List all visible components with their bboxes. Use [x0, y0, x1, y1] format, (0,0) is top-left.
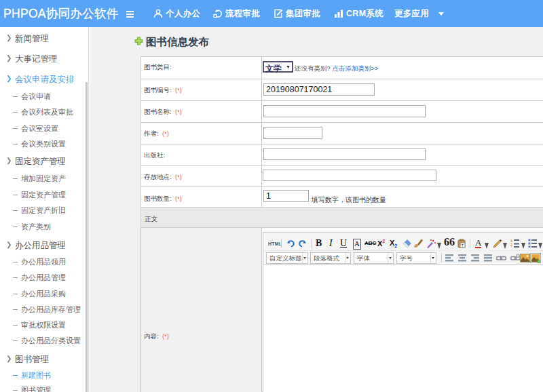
svg-text:T: T	[462, 243, 464, 248]
svg-text:2.: 2.	[510, 243, 513, 247]
